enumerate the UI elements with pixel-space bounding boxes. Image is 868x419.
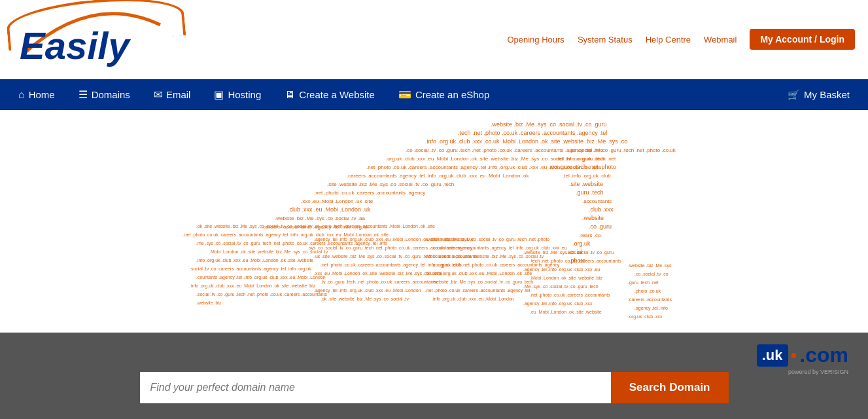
svg-text:.net .photo .co.uk .careers .a: .net .photo .co.uk .careers .accountants…	[314, 190, 425, 196]
svg-text:.website .biz .Me .sys .co .so: .website .biz .Me .sys .co .social .tv .…	[491, 121, 607, 128]
svg-text:.tv .co .guru .tech .net .phot: .tv .co .guru .tech .net .photo .co.uk .…	[321, 280, 438, 285]
svg-text:.website .biz .Me .sys .co .so: .website .biz .Me .sys .co .social .tv .…	[523, 250, 614, 255]
svg-text:.tel .info .org.uk .club .xxx : .tel .info .org.uk .club .xxx .eu .Mobi …	[425, 271, 532, 276]
svg-text:.website .biz .Me .sys .co .so: .website .biz .Me .sys .co .social .tv .…	[425, 237, 549, 242]
svg-text:.xxx .eu .Mobi .London .uk .si: .xxx .eu .Mobi .London .uk .site	[301, 198, 373, 204]
svg-text:.net .photo .co.uk .careers .a: .net .photo .co.uk .careers .accountants…	[425, 288, 530, 293]
svg-text:.social .tv .co .careers .acco: .social .tv .co .careers .accountants .a…	[190, 266, 311, 272]
svg-text:.org.uk: .org.uk	[572, 240, 591, 247]
svg-text:.co .social .tv .co .guru .tec: .co .social .tv .co .guru .tech .net .ph…	[569, 147, 676, 153]
nav-create-website[interactable]: 🖥 Create a Website	[273, 80, 387, 110]
tld-uk-badge: .uk	[757, 344, 788, 367]
search-row: Search Domain	[140, 372, 729, 403]
tld-dot: •	[791, 345, 797, 366]
svg-text:.website .biz .Me .sys .co .so: .website .biz .Me .sys .co .social .tv .…	[275, 215, 365, 221]
svg-text:.Mobi .London .ok .site .websi: .Mobi .London .ok .site .website .biz	[530, 276, 602, 280]
svg-text:Easily: Easily	[20, 24, 131, 67]
svg-text:.guru .tech .net: .guru .tech .net	[628, 280, 659, 285]
svg-text:.social .tv .co .guru .tech .n: .social .tv .co .guru .tech .net .photo …	[196, 292, 327, 297]
help-centre-link[interactable]: Help Centre	[646, 35, 691, 45]
svg-text:.ok .site .website .biz .Me .s: .ok .site .website .biz .Me .sys .co .so…	[196, 224, 435, 229]
login-button[interactable]: My Account / Login	[750, 29, 855, 50]
nav-bar: ⌂ Home ☰ Domains ✉ Email ▣ Hosting 🖥 Cre…	[0, 79, 868, 110]
svg-text:.site .website: .site .website	[569, 181, 603, 187]
svg-text:.rears .co-: .rears .co-	[579, 232, 602, 238]
svg-text:.agency .tel .info .org.uk .cl: .agency .tel .info .org.uk .club .xxx .e…	[314, 288, 421, 293]
system-status-link[interactable]: System Status	[578, 35, 633, 45]
svg-text:.xxx .eu .Mobi .London .ok .si: .xxx .eu .Mobi .London .ok .site .websit…	[314, 271, 443, 276]
svg-text:.countants .agency .tel .info : .countants .agency .tel .info .org.uk .c…	[196, 275, 326, 280]
svg-text:.Mobi .London .ok .site .websi: .Mobi .London .ok .site .website .biz .M…	[425, 254, 544, 259]
nav-basket[interactable]: 🛒 My Basket	[776, 80, 861, 110]
top-bar: Easily Opening Hours System Status Help …	[0, 0, 868, 79]
svg-text:.website .biz .Me .sys: .website .biz .Me .sys	[628, 263, 672, 268]
email-icon: ✉	[154, 88, 162, 101]
svg-text:.tech .net .photo .co.uk .care: .tech .net .photo .co.uk .careers .accou…	[530, 259, 621, 264]
svg-text:.co .guru: .co .guru	[589, 223, 612, 230]
svg-text:.careers .accountants .agency : .careers .accountants .agency .tel .info…	[347, 173, 529, 179]
svg-text:.info .org.uk .club .xxx .co.u: .info .org.uk .club .xxx .co.uk .Mobi .L…	[425, 138, 627, 145]
svg-text:.info .org.uk .club .xxx .eu .: .info .org.uk .club .xxx .eu .Mobi .Lond…	[196, 258, 313, 263]
svg-text:.site .website .biz .Me .sys .: .site .website .biz .Me .sys .co .social…	[327, 181, 454, 187]
nav-home-label: Home	[29, 89, 55, 100]
nav-email[interactable]: ✉ Email	[142, 79, 203, 110]
create-eshop-icon: 💳	[398, 88, 411, 101]
svg-text:.club .xxx: .club .xxx	[589, 206, 614, 213]
nav-domains-label: Domains	[92, 89, 130, 100]
hosting-icon: ▣	[214, 88, 224, 101]
nav-domains[interactable]: ☰ Domains	[67, 79, 142, 110]
svg-text:.ok .site .website .biz .Me .s: .ok .site .website .biz .Me .sys .co .so…	[321, 297, 409, 302]
hero-section: .dw { font-family: Arial, sans-serif; fi…	[0, 110, 868, 333]
nav-hosting-label: Hosting	[228, 89, 261, 100]
search-domain-button[interactable]: Search Domain	[611, 372, 729, 403]
svg-text:.co .social .tv .co: .co .social .tv .co	[634, 272, 668, 276]
verisign-badge: powered by VERISIGN	[788, 369, 848, 375]
svg-text:.website .biz .Me .sys .co .so: .website .biz .Me .sys .co .social .tv .…	[432, 280, 533, 285]
nav-hosting[interactable]: ▣ Hosting	[202, 79, 273, 110]
domains-icon: ☰	[78, 88, 88, 101]
svg-text:.info .org.uk .club .xxx .eu .: .info .org.uk .club .xxx .eu .Mobi .Lond…	[432, 297, 514, 302]
svg-text:.Me .sys .co .social .tv .co .: .Me .sys .co .social .tv .co .guru .tech	[523, 284, 599, 289]
nav-create-website-label: Create a Website	[299, 89, 375, 100]
svg-text:.agency .tel .info .org.uk .cl: .agency .tel .info .org.uk .club .xxx .e…	[523, 267, 600, 272]
svg-text:.agency .tel .info: .agency .tel .info	[634, 306, 668, 311]
svg-text:.club .xxx .eu .Mobi .London .: .club .xxx .eu .Mobi .London .uk	[288, 206, 371, 213]
svg-text:.co .guru .tech .net .photo: .co .guru .tech .net .photo	[549, 164, 616, 170]
logo-area: Easily	[13, 5, 170, 73]
svg-text:.website .biz: .website .biz	[196, 301, 222, 305]
svg-text:.net .photo .co.uk .careers .a: .net .photo .co.uk .careers .accountants	[530, 293, 610, 298]
nav-email-label: Email	[166, 89, 191, 100]
nav-create-eshop-label: Create an eShop	[415, 89, 489, 100]
svg-text:.agency .tel .info .org.uk .cl: .agency .tel .info .org.uk .club .xxx	[523, 301, 593, 306]
svg-text:.eu .Mobi .London .ok .site .w: .eu .Mobi .London .ok .site .website	[530, 310, 602, 314]
top-links: Opening Hours System Status Help Centre …	[507, 29, 855, 50]
svg-text:.tel .info .org.uk .club: .tel .info .org.uk .club	[556, 156, 604, 162]
nav-home[interactable]: ⌂ Home	[7, 80, 67, 110]
svg-text:.tel .info .org.uk .club: .tel .info .org.uk .club	[563, 173, 611, 179]
opening-hours-link[interactable]: Opening Hours	[507, 35, 564, 45]
nav-basket-label: My Basket	[804, 89, 850, 100]
create-website-icon: 🖥	[285, 89, 295, 101]
svg-text:.info .org.uk .club .xxx .eu .: .info .org.uk .club .xxx .eu .Mobi .Lond…	[190, 283, 316, 289]
svg-text:.careers .accountants: .careers .accountants	[628, 297, 672, 302]
svg-text:.guru .tech: .guru .tech	[576, 189, 604, 196]
domain-search-input[interactable]	[140, 372, 611, 403]
logo[interactable]: Easily	[13, 5, 170, 73]
tld-com-badge: .com	[799, 343, 848, 367]
svg-text:.website: .website	[582, 215, 604, 221]
nav-create-eshop[interactable]: 💳 Create an eShop	[387, 79, 501, 110]
search-section: .uk • .com powered by VERISIGN Search Do…	[0, 333, 868, 419]
basket-icon: 🛒	[788, 89, 800, 101]
webmail-link[interactable]: Webmail	[704, 35, 737, 45]
svg-text:.tech .net .photo .co.uk .care: .tech .net .photo .co.uk .careers .accou…	[458, 130, 607, 136]
svg-text:.accountants: .accountants	[582, 198, 612, 204]
svg-text:.org.uk .club .xxx: .org.uk .club .xxx	[628, 314, 663, 319]
tld-badges: .uk • .com	[757, 343, 848, 367]
svg-text:.photo .co.uk: .photo .co.uk	[634, 289, 661, 294]
svg-text:.Mobi .London .ok .site .websi: .Mobi .London .ok .site .website .biz .M…	[209, 249, 328, 255]
home-icon: ⌂	[18, 89, 25, 101]
